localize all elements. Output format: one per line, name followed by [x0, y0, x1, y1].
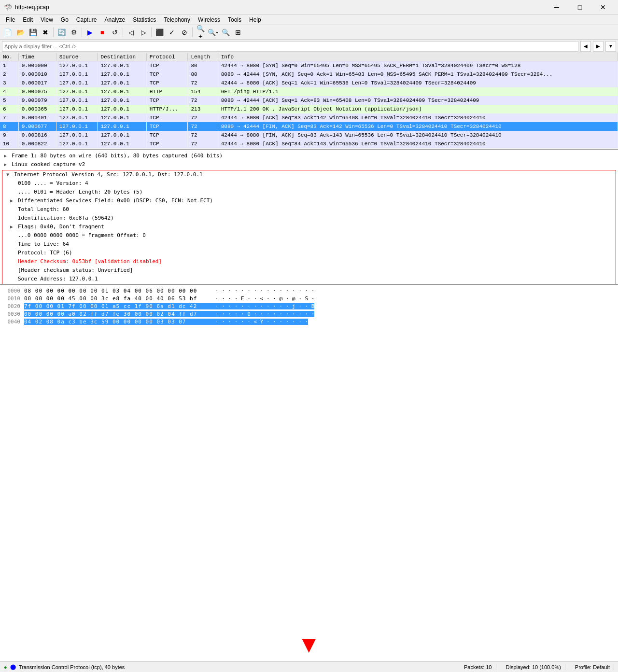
tree-field-label: [Header checksum status: Unverified]: [18, 266, 133, 274]
col-time: Time: [18, 53, 56, 61]
menu-statistics[interactable]: Statistics: [129, 14, 160, 25]
tree-linux-cooked[interactable]: ▶Linux cooked capture v2: [0, 160, 618, 169]
minimize-button[interactable]: ─: [546, 0, 568, 14]
table-row[interactable]: 80.000677127.0.0.1127.0.0.1TCP728080 → 4…: [0, 122, 618, 131]
statusbar-left: ● ⬤ Transmission Control Protocol (tcp),…: [4, 664, 460, 670]
tree-ip-header[interactable]: ▼Internet Protocol Version 4, Src: 127.0…: [2, 170, 616, 179]
packet-details-section: ▶Frame 1: 80 bytes on wire (640 bits), 8…: [0, 150, 618, 661]
zoom-in-button[interactable]: 🔍+: [195, 27, 206, 38]
hex-ascii: · · · · · 0 · · · · · · · · · ·: [208, 311, 314, 317]
statusbar: ● ⬤ Transmission Control Protocol (tcp),…: [0, 661, 618, 672]
tree-ip-field[interactable]: ▶Flags: 0x40, Don't fragment: [2, 223, 616, 231]
statusbar-ready-icon: ●: [4, 664, 7, 670]
hex-ascii: · · · · E · · < · · @ · @ · S ·: [208, 295, 314, 302]
red-arrow: ▲: [297, 635, 321, 658]
tree-ip-field[interactable]: [Header checksum status: Unverified]: [2, 266, 616, 275]
hex-ascii: · · · · · · < Y · · · · · · ·: [208, 319, 308, 325]
protocol-tree[interactable]: ▶Frame 1: 80 bytes on wire (640 bits), 8…: [0, 150, 618, 285]
tree-field-label: ...0 0000 0000 0000 = Fragment Offset: 0: [18, 232, 146, 239]
toolbar: 📄 📂 💾 ✖ 🔄 ⚙ ▶ ■ ↺ ◁ ▷ ⬛ ✓ ⊘ 🔍+ 🔍- 🔍 ⊞: [0, 25, 618, 40]
tree-field-label: .... 0101 = Header Length: 20 bytes (5): [18, 188, 142, 196]
tree-ip-field[interactable]: ▶Differentiated Services Field: 0x00 (DS…: [2, 196, 616, 205]
capture-options-button[interactable]: ⚙: [68, 27, 80, 38]
tree-ip-field[interactable]: 0100 .... = Version: 4: [2, 179, 616, 188]
tree-ip-field[interactable]: ...0 0000 0000 0000 = Fragment Offset: 0: [2, 231, 616, 240]
tree-ip-field[interactable]: Identification: 0xe8fa (59642): [2, 214, 616, 223]
col-source: Source: [56, 53, 98, 61]
tree-frame[interactable]: ▶Frame 1: 80 bytes on wire (640 bits), 8…: [0, 152, 618, 160]
tree-ip-field[interactable]: Source Address: 127.0.0.1: [2, 275, 616, 283]
close-file-button[interactable]: ✖: [40, 27, 51, 38]
hex-row: 003000 00 00 00 a0 02 ff d7 fe 30 00 00 …: [0, 310, 618, 318]
open-button[interactable]: 📂: [14, 27, 26, 38]
hex-row: 004004 02 08 0a c3 be 3c 59 00 00 00 00 …: [0, 318, 618, 325]
expand-icon: ▶: [10, 223, 16, 231]
hex-dump[interactable]: 000008 00 00 00 00 00 00 01 03 04 00 06 …: [0, 285, 618, 632]
table-row[interactable]: 40.000075127.0.0.1127.0.0.1HTTP154GET /p…: [0, 87, 618, 96]
menu-analyze[interactable]: Analyze: [101, 14, 129, 25]
start-capture-button[interactable]: ▶: [84, 27, 96, 38]
zoom-reset-button[interactable]: 🔍: [220, 27, 231, 38]
tree-ip-field[interactable]: .... 0101 = Header Length: 20 bytes (5): [2, 188, 616, 196]
resize-columns-button[interactable]: ⊞: [232, 27, 244, 38]
packet-table: No. Time Source Destination Protocol Len…: [0, 53, 618, 148]
stop-capture-button[interactable]: ■: [97, 27, 108, 38]
tree-ip-field[interactable]: Header Checksum: 0x53bf [validation disa…: [2, 257, 616, 266]
tree-ip-field[interactable]: Protocol: TCP (6): [2, 249, 616, 257]
goto-button[interactable]: ⬛: [154, 27, 165, 38]
statusbar-profile: Profile: Default: [571, 664, 614, 670]
hex-offset: 0040: [0, 319, 24, 325]
menu-wireless[interactable]: Wireless: [194, 14, 224, 25]
statusbar-displayed: Displayed: 10 (100.0%): [502, 664, 565, 670]
menu-edit[interactable]: Edit: [19, 14, 37, 25]
col-length: Length: [188, 53, 218, 61]
filter-next-button[interactable]: ▶: [593, 41, 604, 52]
table-row[interactable]: 30.000017127.0.0.1127.0.0.1TCP7242444 → …: [0, 79, 618, 87]
main-content: No. Time Source Destination Protocol Len…: [0, 53, 618, 661]
hex-offset: 0010: [0, 295, 24, 302]
app-icon: 🦈: [4, 3, 12, 11]
table-row[interactable]: 20.000010127.0.0.1127.0.0.1TCP808080 → 4…: [0, 70, 618, 79]
forward-button[interactable]: ▷: [138, 27, 149, 38]
menu-capture[interactable]: Capture: [72, 14, 101, 25]
menu-file[interactable]: File: [2, 14, 19, 25]
table-row[interactable]: 70.000401127.0.0.1127.0.0.1TCP7242444 → …: [0, 113, 618, 122]
table-row[interactable]: 50.000079127.0.0.1127.0.0.1TCP728080 → 4…: [0, 96, 618, 105]
col-no: No.: [0, 53, 18, 61]
table-row[interactable]: 10.000000127.0.0.1127.0.0.1TCP8042444 → …: [0, 61, 618, 70]
filter-bookmark-button[interactable]: ▼: [605, 41, 616, 52]
reload-button[interactable]: 🔄: [56, 27, 67, 38]
hex-offset: 0030: [0, 311, 24, 317]
expand-icon: ▶: [10, 197, 16, 205]
packet-list[interactable]: No. Time Source Destination Protocol Len…: [0, 53, 618, 150]
menu-tools[interactable]: Tools: [224, 14, 245, 25]
hex-row: 000008 00 00 00 00 00 00 01 03 04 00 06 …: [0, 287, 618, 294]
close-button[interactable]: ✕: [592, 0, 614, 14]
new-capture-button[interactable]: 📄: [2, 27, 14, 38]
table-row[interactable]: 90.000816127.0.0.1127.0.0.1TCP7242444 → …: [0, 131, 618, 140]
menu-telephony[interactable]: Telephony: [160, 14, 194, 25]
hex-bytes: 00 00 00 00 a0 02 ff d7 fe 30 00 00 02 0…: [24, 311, 208, 317]
menu-view[interactable]: View: [37, 14, 57, 25]
table-row[interactable]: 100.000822127.0.0.1127.0.0.1TCP7242444 →…: [0, 140, 618, 148]
menu-help[interactable]: Help: [245, 14, 265, 25]
tree-ip-field[interactable]: Time to Live: 64: [2, 240, 616, 249]
maximize-button[interactable]: □: [569, 0, 591, 14]
hex-bytes: 04 02 08 0a c3 be 3c 59 00 00 00 00 03 0…: [24, 319, 208, 325]
mark-button[interactable]: ✓: [166, 27, 178, 38]
save-button[interactable]: 💾: [27, 27, 39, 38]
restart-button[interactable]: ↺: [109, 27, 121, 38]
back-button[interactable]: ◁: [125, 27, 137, 38]
zoom-out-button[interactable]: 🔍-: [207, 27, 219, 38]
menubar: File Edit View Go Capture Analyze Statis…: [0, 14, 618, 25]
filter-prev-button[interactable]: ◀: [580, 41, 591, 52]
menu-go[interactable]: Go: [57, 14, 72, 25]
table-row[interactable]: 60.000365127.0.0.1127.0.0.1HTTP/J...213H…: [0, 105, 618, 113]
statusbar-ready-icon2: ⬤: [10, 664, 16, 670]
display-filter-input[interactable]: [2, 41, 578, 52]
hex-offset: 0020: [0, 303, 24, 309]
toolbar-sep1: [53, 28, 54, 37]
tree-label: Internet Protocol Version 4, Src: 127.0.…: [14, 171, 203, 179]
tree-ip-field[interactable]: Total Length: 60: [2, 205, 616, 214]
ignore-button[interactable]: ⊘: [179, 27, 190, 38]
